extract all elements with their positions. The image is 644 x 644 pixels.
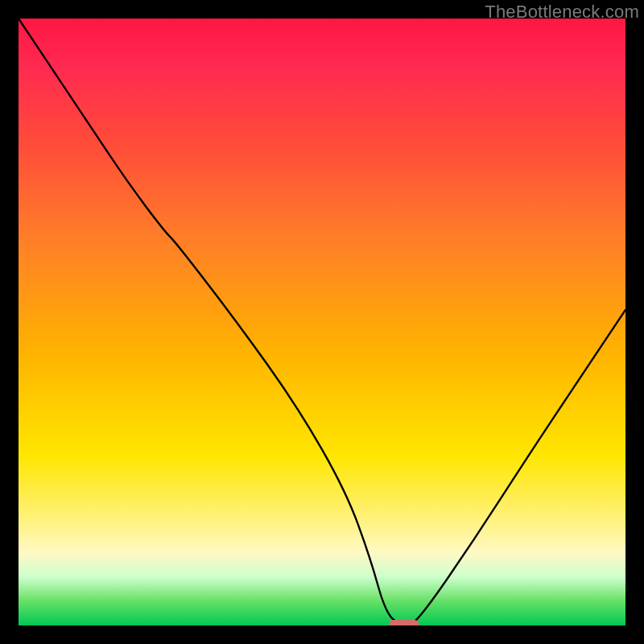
optimal-marker [389,620,419,625]
chart-svg [19,19,625,625]
plot-area [19,19,625,625]
watermark-text: TheBottleneck.com [485,2,639,23]
bottleneck-curve [19,19,625,625]
chart-frame: TheBottleneck.com [0,0,644,644]
